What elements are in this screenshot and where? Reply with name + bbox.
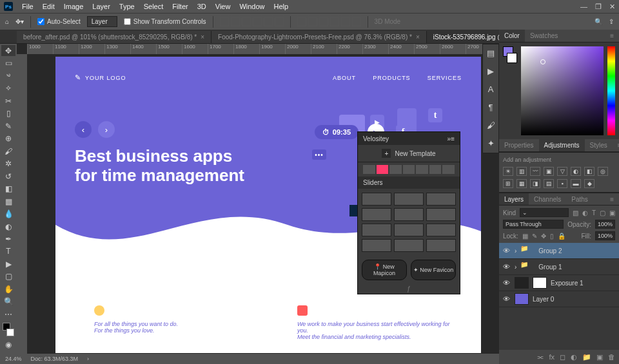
slider-preset[interactable] xyxy=(426,224,456,236)
stamp-tool[interactable]: ✲ xyxy=(1,158,15,169)
template-preview[interactable] xyxy=(363,165,455,174)
window-restore-icon[interactable]: ❐ xyxy=(595,3,602,11)
lasso-tool[interactable]: ༄ xyxy=(1,70,15,81)
info-panel-icon[interactable]: ✦ xyxy=(485,137,496,149)
slider-preset[interactable] xyxy=(394,224,424,236)
layer-row[interactable]: 👁›📁Group 1 xyxy=(499,259,619,275)
shape-tool[interactable]: ▢ xyxy=(1,271,15,282)
layer-row[interactable]: 👁Exposure 1 xyxy=(499,275,619,291)
crop-tool[interactable]: ✂ xyxy=(1,95,15,106)
wand-tool[interactable]: ✧ xyxy=(1,82,15,93)
new-layer-icon[interactable]: ▣ xyxy=(596,353,603,361)
exposure-adj-icon[interactable]: ▣ xyxy=(544,167,554,176)
styles-tab[interactable]: Styles xyxy=(585,139,613,151)
layers-tab[interactable]: Layers xyxy=(499,193,529,205)
blend-mode-select[interactable]: Pass Through xyxy=(503,220,564,229)
slider-preset[interactable] xyxy=(394,239,424,252)
frame-tool[interactable]: ▯ xyxy=(1,108,15,119)
slider-preset[interactable] xyxy=(362,208,391,221)
menu-image[interactable]: Image xyxy=(60,1,88,12)
menu-3d[interactable]: 3D xyxy=(193,1,210,12)
show-transform-checkbox[interactable]: Show Transform Controls xyxy=(124,18,206,25)
panel-menu-icon[interactable]: ≡ xyxy=(605,30,619,42)
curves-adj-icon[interactable]: 〰 xyxy=(530,167,540,176)
path-select-tool[interactable]: ▶ xyxy=(1,258,15,269)
opacity-input[interactable]: 100% xyxy=(595,220,615,229)
dodge-tool[interactable]: ◐ xyxy=(1,221,15,232)
lock-brush-icon[interactable]: ✎ xyxy=(532,233,537,240)
history-brush-tool[interactable]: ↺ xyxy=(1,171,15,182)
visibility-icon[interactable]: 👁 xyxy=(503,279,511,287)
visibility-icon[interactable]: 👁 xyxy=(503,247,511,254)
auto-select-target[interactable]: Layer xyxy=(87,16,117,27)
menu-filter[interactable]: Filter xyxy=(168,1,192,12)
doc-tab-2[interactable]: Food-Photography-Lightroom-Presets-Free.… xyxy=(211,31,427,43)
chevron-right-icon[interactable]: › xyxy=(515,263,516,271)
properties-tab[interactable]: Properties xyxy=(499,139,539,151)
lock-trans-icon[interactable]: ▦ xyxy=(522,233,528,240)
menu-help[interactable]: Help xyxy=(270,1,293,12)
zoom-tool[interactable]: 🔍 xyxy=(1,296,15,307)
slider-preset[interactable] xyxy=(426,208,456,221)
bw-adj-icon[interactable]: ◧ xyxy=(584,167,594,176)
brightness-adj-icon[interactable]: ☀ xyxy=(503,167,513,176)
brushes-panel-icon[interactable]: 🖌 xyxy=(485,119,496,131)
doc-size[interactable]: Doc: 63.3M/63.3M xyxy=(31,356,79,362)
gradient-tool[interactable]: ▦ xyxy=(1,196,15,207)
move-tool-icon[interactable]: ✥▾ xyxy=(15,18,24,25)
photo-filter-adj-icon[interactable]: ◎ xyxy=(598,167,608,176)
eyedropper-tool[interactable]: ✎ xyxy=(1,120,15,131)
slider-preset[interactable] xyxy=(362,224,391,236)
filter-type-icon[interactable]: T xyxy=(592,209,596,216)
levels-adj-icon[interactable]: ▥ xyxy=(516,167,527,176)
actions-panel-icon[interactable]: ▶ xyxy=(485,65,496,77)
slider-preset[interactable] xyxy=(426,239,456,252)
menu-edit[interactable]: Edit xyxy=(39,1,59,12)
new-fill-adj-icon[interactable]: ◐ xyxy=(571,353,577,361)
channels-tab[interactable]: Channels xyxy=(529,193,566,205)
invert-adj-icon[interactable]: ◨ xyxy=(530,179,540,188)
hue-adj-icon[interactable]: ◐ xyxy=(571,167,581,176)
menu-view[interactable]: View xyxy=(211,1,235,12)
slider-preset[interactable] xyxy=(394,208,424,221)
slider-preset[interactable] xyxy=(362,239,391,252)
menu-type[interactable]: Type xyxy=(115,1,139,12)
selective-color-adj-icon[interactable]: ◆ xyxy=(584,179,594,188)
lock-pos-icon[interactable]: ✥ xyxy=(541,233,546,240)
new-mapicon-button[interactable]: 📍 New Mapicon xyxy=(362,260,407,280)
visibility-icon[interactable]: 👁 xyxy=(503,295,511,303)
swatches-tab[interactable]: Swatches xyxy=(525,30,563,42)
filter-smart-icon[interactable]: ▣ xyxy=(609,209,615,216)
share-icon[interactable]: ⇪ xyxy=(609,18,614,25)
menu-file[interactable]: File xyxy=(18,1,37,12)
new-template-button[interactable]: +New Template xyxy=(358,145,460,162)
color-tab[interactable]: Color xyxy=(499,30,525,42)
panel-menu-icon[interactable]: ≡ xyxy=(613,139,619,151)
posterize-adj-icon[interactable]: ▤ xyxy=(544,179,554,188)
history-panel-icon[interactable]: ▤ xyxy=(485,47,496,59)
threshold-adj-icon[interactable]: ▪ xyxy=(557,179,567,188)
hue-slider[interactable] xyxy=(607,46,615,135)
distribute-buttons[interactable] xyxy=(297,17,361,26)
color-field[interactable] xyxy=(521,46,604,135)
link-layers-icon[interactable]: ⫘ xyxy=(536,353,544,361)
move-tool[interactable]: ✥ xyxy=(1,45,15,56)
window-minimize-icon[interactable]: — xyxy=(580,3,587,11)
slider-preset[interactable] xyxy=(362,193,391,206)
menu-layer[interactable]: Layer xyxy=(88,1,114,12)
adjustments-tab[interactable]: Adjustments xyxy=(539,139,585,151)
healing-tool[interactable]: ⊕ xyxy=(1,133,15,144)
doc-tab-1[interactable]: before_after.psd @ 101% (shutterstock_85… xyxy=(17,31,211,43)
fx-icon[interactable]: fx xyxy=(549,353,555,361)
new-group-icon[interactable]: 📁 xyxy=(582,353,591,361)
home-icon[interactable]: ⌂ xyxy=(5,18,9,25)
lock-all-icon[interactable]: 🔒 xyxy=(558,233,565,240)
slider-preset[interactable] xyxy=(394,193,424,206)
search-icon[interactable]: 🔍 xyxy=(594,18,602,25)
delete-layer-icon[interactable]: 🗑 xyxy=(608,353,615,361)
pen-tool[interactable]: ✒ xyxy=(1,233,15,244)
marquee-tool[interactable]: ▭ xyxy=(1,57,15,68)
align-buttons[interactable] xyxy=(220,17,284,26)
visibility-icon[interactable]: 👁 xyxy=(503,263,511,271)
channel-mixer-adj-icon[interactable]: ⊞ xyxy=(503,179,513,188)
